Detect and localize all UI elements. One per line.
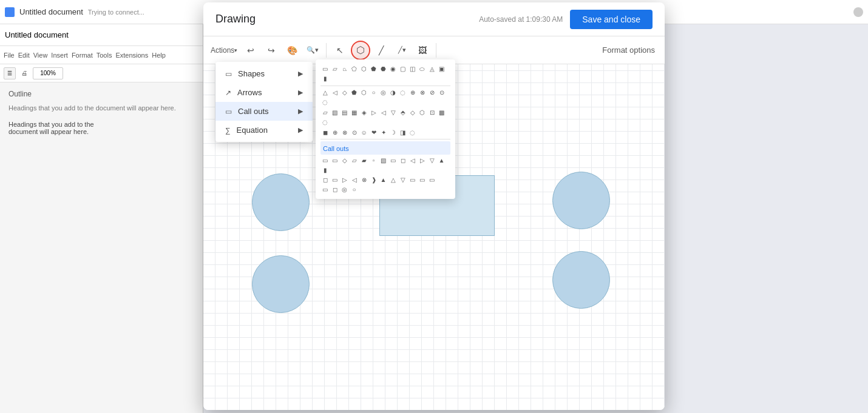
shape-tool-button[interactable]: ⬡ [351,41,370,60]
callout-2-seg[interactable]: ▽ [398,175,407,184]
callout-3-ring[interactable]: ◎ [340,185,349,194]
callout-3-circle[interactable]: ○ [350,185,359,194]
shape-cloud[interactable]: ⊡ [427,108,436,117]
callout-2-seg-3[interactable]: ▭ [418,175,427,184]
callout-oval[interactable]: ◇ [340,156,349,165]
shape-star12[interactable]: ✦ [379,128,388,137]
line-arrow-button[interactable]: ╱▾ [392,41,412,60]
menu-edit[interactable]: Edit [18,52,30,59]
shape-trapezoid[interactable]: ⏢ [340,64,349,73]
callout-2-cross[interactable]: ⊗ [359,175,368,184]
shape-folder[interactable]: ◈ [359,108,368,117]
shape-frame[interactable]: ⬭ [418,64,427,73]
shape-octagon[interactable]: ⬣ [379,64,388,73]
callout-bent[interactable]: ▧ [379,156,388,165]
callout-seg-3[interactable]: ▷ [418,156,427,165]
menu-item-equation[interactable]: ∑ Equation ▶ [215,121,313,139]
shape-star5[interactable]: ⊕ [330,128,339,137]
shape-circle[interactable]: ○ [369,88,378,97]
select-button[interactable]: ↖ [330,41,350,60]
menu-item-callouts[interactable]: ▭ Call outs ▶ [215,102,313,121]
shape-block[interactable]: ▮ [320,74,330,83]
shape-cross[interactable]: ▱ [320,108,330,117]
shape-pentagon[interactable]: ⬠ [350,64,359,73]
shape-star7[interactable]: ⊙ [350,128,359,137]
shape-parallelogram[interactable]: ▱ [330,64,339,73]
shape-double-wave[interactable]: ⬘ [398,108,407,117]
shape-lightning[interactable]: ▩ [437,108,446,117]
shape-donut[interactable]: ⊕ [408,88,417,97]
shape-l-shape[interactable]: ⊙ [437,88,446,97]
shape-rectangle[interactable]: ▭ [320,64,330,73]
shape-diamond-cut[interactable]: ◬ [427,64,436,73]
callout-3-oval[interactable]: ◻ [330,185,339,194]
shape-hexagon[interactable]: ⬡ [359,64,368,73]
shape-heart[interactable]: ◌ [320,118,330,127]
shape-rounded-rect[interactable]: ▢ [398,64,407,73]
shape-cube[interactable]: ▦ [350,108,359,117]
callout-seg-4[interactable]: ▽ [427,156,436,165]
callout-2-bent-2[interactable]: △ [388,175,398,184]
menu-item-shapes[interactable]: ▭ Shapes ▶ [215,64,313,83]
callout-rect[interactable]: ▭ [320,156,330,165]
shape-half-frame[interactable]: ⊘ [427,88,436,97]
shape-star16[interactable]: ☽ [388,128,398,137]
callout-2-rect[interactable]: ◻ [320,175,330,184]
menu-view[interactable]: View [33,52,48,59]
menu-item-arrows[interactable]: ↗ Arrows ▶ [215,83,313,102]
menu-format[interactable]: Format [72,52,93,59]
callout-seg-2[interactable]: ◁ [408,156,417,165]
callout-seg-5[interactable]: ▲ [437,156,446,165]
shape-star8[interactable]: ☺ [359,128,368,137]
shape-diagonal[interactable]: ◌ [320,98,330,107]
callout-rounded[interactable]: ▭ [330,156,339,165]
shape-no-symbol[interactable]: ⊗ [418,88,427,97]
callout-cloud[interactable]: ▱ [350,156,359,165]
hamburger-icon[interactable]: ☰ [4,67,16,79]
shape-star24[interactable]: ◨ [398,128,407,137]
save-close-button[interactable]: Save and close [570,10,653,29]
format-options-button[interactable]: Format options [597,43,660,57]
shape-diamond[interactable]: ◇ [340,88,349,97]
shape-can[interactable]: ▤ [340,108,349,117]
menu-tools[interactable]: Tools [97,52,112,59]
shape-block-arc[interactable]: ◁ [379,108,388,117]
menu-insert[interactable]: Insert [51,52,68,59]
undo-button[interactable]: ↩ [241,41,260,60]
callout-3-rect[interactable]: ▭ [320,185,330,194]
shape-wave[interactable]: ▽ [388,108,398,117]
menu-help[interactable]: Help [152,52,166,59]
callout-seg-6[interactable]: ▮ [320,166,330,175]
shape-star6[interactable]: ⊗ [340,128,349,137]
menu-file[interactable]: File [4,52,15,59]
callout-2-bent[interactable]: ▲ [379,175,388,184]
shape-bent-corner[interactable]: ▷ [369,108,378,117]
shape-bevel[interactable]: ▣ [437,64,446,73]
shape-moon[interactable]: ⬡ [418,108,427,117]
shape-chord[interactable]: ◌ [398,88,407,97]
shape-sun[interactable]: ◇ [408,108,417,117]
callout-line[interactable]: ▰ [359,156,368,165]
paint-format-button[interactable]: 🎨 [282,41,302,60]
zoom-control[interactable]: 100% [33,67,63,79]
shape-star10[interactable]: ❤ [369,128,378,137]
shape-star4[interactable]: ◼ [320,128,330,137]
line-button[interactable]: ╱ [371,41,391,60]
callout-2-oval[interactable]: ▷ [340,175,349,184]
callout-2-seg-2[interactable]: ▭ [408,175,417,184]
print-icon[interactable]: 🖨 [18,67,30,79]
shape-teardrop[interactable]: ⬟ [350,88,359,97]
callout-2-cloud[interactable]: ◁ [350,175,359,184]
shape-ellipse[interactable]: ⬡ [359,88,368,97]
callout-2-line[interactable]: ❱ [369,175,378,184]
shape-right-triangle[interactable]: ◁ [330,88,339,97]
shape-ring[interactable]: ◎ [379,88,388,97]
shape-star32[interactable]: ◌ [408,128,417,137]
shape-decagon[interactable]: ◉ [388,64,398,73]
shape-heptagon[interactable]: ⬟ [369,64,378,73]
callout-2-rounded[interactable]: ▭ [330,175,339,184]
redo-button[interactable]: ↪ [262,41,281,60]
shape-triangle[interactable]: △ [320,88,330,97]
callout-2-seg-4[interactable]: ▭ [427,175,436,184]
menu-extensions[interactable]: Extensions [115,52,148,59]
